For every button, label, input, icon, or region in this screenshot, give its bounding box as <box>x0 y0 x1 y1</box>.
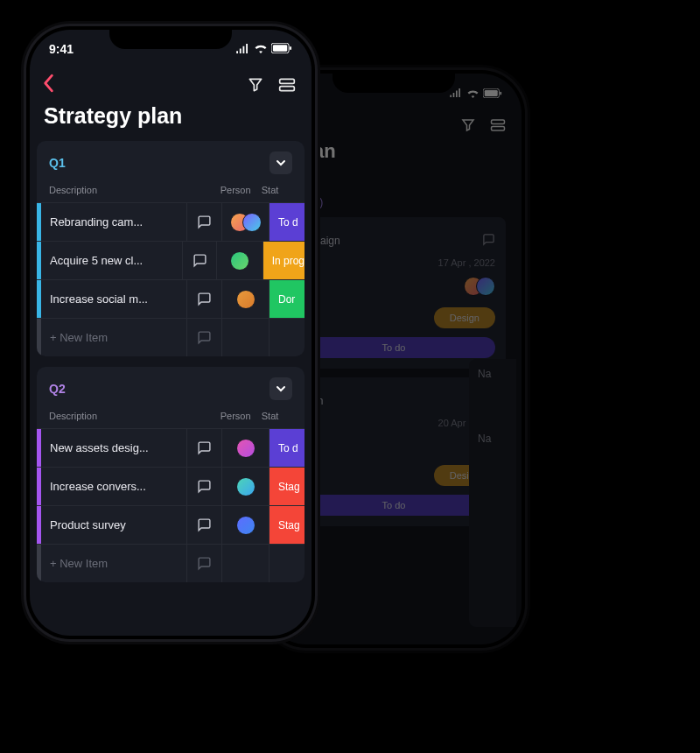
svg-rect-7 <box>290 46 291 50</box>
nav-bar <box>30 68 312 98</box>
kanban-card[interactable]: Campaign 17 Apr , 2022 Design To do <box>282 217 506 369</box>
primary-phone-mockup: 9:41 <box>26 26 315 639</box>
cellular-icon <box>235 42 250 56</box>
group-title[interactable]: Q2 <box>49 382 66 396</box>
group-q2: Q2 Description Person Stat New assets de… <box>37 367 304 582</box>
chat-icon <box>187 319 222 356</box>
column-header-description: Description <box>37 411 180 421</box>
avatar <box>230 251 249 271</box>
avatar <box>236 477 256 496</box>
row-description[interactable]: Product survey <box>41 506 187 544</box>
new-item-label[interactable]: + New Item <box>41 545 187 582</box>
chat-icon[interactable] <box>183 242 217 279</box>
columns-header: Description Person Stat <box>37 181 304 202</box>
status-pill: To do <box>292 495 495 516</box>
person-cell[interactable] <box>217 242 262 279</box>
table-row[interactable]: Increase social m... Dor <box>37 279 304 318</box>
row-description[interactable]: New assets desig... <box>41 429 187 467</box>
battery-icon <box>271 42 292 56</box>
new-item-row[interactable]: + New Item <box>37 544 304 582</box>
status-cell[interactable]: In prog <box>263 242 304 279</box>
chat-icon[interactable] <box>482 233 495 249</box>
row-description[interactable]: Acquire 5 new cl... <box>41 242 183 279</box>
avatar <box>242 213 262 232</box>
svg-rect-2 <box>500 91 501 95</box>
tag-pill: Design <box>434 307 495 328</box>
status-cell[interactable]: To d <box>270 203 304 241</box>
chat-icon[interactable] <box>187 429 222 467</box>
kanban-side-column: Na Na <box>469 359 516 627</box>
wifi-icon <box>254 42 268 56</box>
status-cell[interactable]: Stag <box>270 506 304 544</box>
column-header-status: Stat <box>258 411 304 421</box>
board-content: Q1 Description Person Stat Rebranding ca… <box>30 141 312 636</box>
person-cell[interactable] <box>222 280 270 318</box>
chat-icon[interactable] <box>187 203 222 241</box>
chat-icon[interactable] <box>187 506 222 544</box>
table-row[interactable]: New assets desig... To d <box>37 428 304 467</box>
status-pill: To do <box>292 337 495 358</box>
row-description[interactable]: Rebranding cam... <box>41 203 187 241</box>
new-item-row[interactable]: + New Item <box>37 318 304 356</box>
person-cell[interactable] <box>222 506 270 544</box>
svg-rect-3 <box>492 120 505 124</box>
funnel-icon[interactable] <box>460 117 476 133</box>
table-row[interactable]: Acquire 5 new cl... In prog <box>37 241 304 279</box>
new-item-label[interactable]: + New Item <box>41 319 187 356</box>
table-row[interactable]: Increase convers... Stag <box>37 467 304 505</box>
chat-icon[interactable] <box>187 280 222 318</box>
status-cell[interactable]: Dor <box>270 280 304 318</box>
row-description[interactable]: Increase convers... <box>41 468 187 505</box>
avatar <box>236 290 256 309</box>
status-time: 9:41 <box>49 42 74 56</box>
status-cell[interactable]: Stag <box>270 468 304 505</box>
back-button[interactable] <box>40 74 56 96</box>
collapse-button[interactable] <box>270 377 292 400</box>
status-cell[interactable]: To d <box>270 429 304 467</box>
row-description[interactable]: Increase social m... <box>41 280 187 318</box>
group-title[interactable]: Q1 <box>49 156 66 170</box>
chat-icon[interactable] <box>187 468 222 505</box>
column-header-person: Person <box>214 185 258 195</box>
chat-icon <box>187 545 222 582</box>
columns-header: Description Person Stat <box>37 407 304 428</box>
column-header-person: Person <box>214 411 258 421</box>
svg-rect-6 <box>273 45 287 52</box>
view-toggle-icon[interactable] <box>490 117 506 133</box>
svg-rect-9 <box>280 87 295 91</box>
person-cell[interactable] <box>222 468 270 505</box>
table-row[interactable]: Rebranding cam... To d <box>37 202 304 241</box>
svg-rect-1 <box>485 89 498 95</box>
column-header-status: Stat <box>258 185 304 195</box>
svg-rect-4 <box>492 127 505 131</box>
person-cell[interactable] <box>222 429 270 467</box>
card-date: 17 Apr , 2022 <box>438 257 495 268</box>
group-q1: Q1 Description Person Stat Rebranding ca… <box>37 141 304 356</box>
table-row[interactable]: Product survey Stag <box>37 505 304 544</box>
avatar <box>236 439 256 458</box>
avatar <box>236 516 256 535</box>
svg-rect-8 <box>280 79 295 83</box>
view-toggle-icon[interactable] <box>278 76 296 94</box>
page-title: Strategy plan <box>30 98 312 141</box>
person-cell[interactable] <box>222 203 270 241</box>
collapse-button[interactable] <box>270 151 292 174</box>
funnel-icon[interactable] <box>247 76 264 94</box>
column-header-description: Description <box>37 185 180 195</box>
